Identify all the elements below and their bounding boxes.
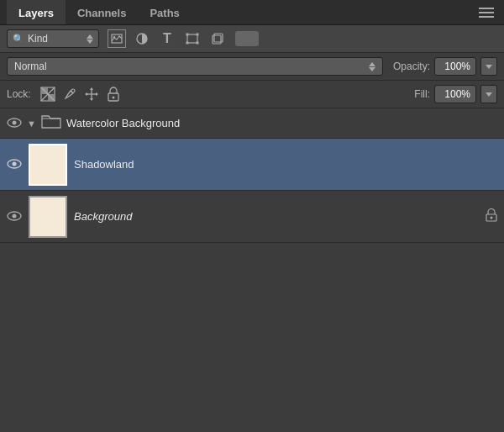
fill-label: Fill:: [414, 88, 430, 100]
fill-dropdown[interactable]: [480, 85, 497, 103]
tab-layers[interactable]: Layers: [7, 0, 66, 24]
kind-arrows: [87, 34, 93, 44]
filter-toggle[interactable]: [235, 31, 259, 46]
filter-shape-icon[interactable]: [183, 29, 202, 48]
svg-marker-20: [85, 92, 87, 96]
filter-icons: T: [108, 29, 227, 48]
background-thumbnail: [29, 196, 67, 238]
svg-marker-21: [96, 92, 98, 96]
layer-group-row[interactable]: ▼ Watercolor Background: [0, 108, 504, 139]
lock-label: Lock:: [7, 88, 31, 100]
blend-row: Normal Opacity: 100%: [0, 53, 504, 81]
lock-position-button[interactable]: [83, 86, 100, 103]
tab-paths[interactable]: Paths: [138, 0, 191, 24]
kind-label: Kind: [28, 33, 48, 45]
svg-point-15: [71, 89, 75, 92]
shadowland-name: Shadowland: [74, 158, 497, 171]
blend-mode-select[interactable]: Normal: [7, 57, 383, 76]
opacity-label: Opacity:: [393, 61, 430, 72]
lock-transparent-button[interactable]: [39, 86, 56, 103]
group-folder-icon: [41, 113, 61, 134]
search-icon: 🔍: [13, 34, 24, 45]
lock-image-button[interactable]: [61, 86, 78, 103]
filter-row: 🔍 Kind: [0, 25, 504, 53]
filter-pixel-icon[interactable]: [108, 29, 126, 48]
filter-adjustment-icon[interactable]: [133, 29, 151, 48]
lock-all-button[interactable]: [105, 86, 122, 103]
svg-point-1: [113, 36, 115, 38]
blend-mode-arrows: [369, 62, 375, 71]
svg-rect-5: [197, 34, 199, 36]
svg-rect-4: [186, 34, 189, 36]
svg-rect-3: [187, 34, 197, 43]
svg-marker-19: [90, 98, 93, 101]
layers-list: ▼ Watercolor Background Shadowland: [0, 108, 504, 243]
svg-point-31: [491, 217, 493, 219]
svg-point-27: [13, 162, 17, 166]
group-visibility-icon[interactable]: [7, 116, 22, 130]
shadowland-thumbnail: [29, 144, 67, 186]
layer-row-background[interactable]: Background: [0, 191, 504, 243]
layers-panel: Layers Channels Paths 🔍 Kind: [0, 0, 504, 243]
filter-smartobject-icon[interactable]: [208, 29, 227, 48]
fill-group: Fill: 100%: [414, 85, 497, 103]
panel-menu-button[interactable]: [475, 4, 497, 21]
svg-point-25: [13, 121, 17, 125]
lock-row: Lock:: [0, 81, 504, 108]
fill-input[interactable]: 100%: [434, 85, 476, 103]
group-expand-arrow[interactable]: ▼: [27, 119, 36, 129]
svg-rect-7: [197, 42, 199, 45]
shadowland-visibility-icon[interactable]: [7, 157, 22, 171]
svg-point-23: [112, 97, 114, 99]
tab-channels[interactable]: Channels: [66, 0, 139, 24]
svg-rect-6: [186, 42, 189, 45]
svg-point-29: [13, 214, 17, 219]
opacity-dropdown[interactable]: [480, 57, 497, 76]
svg-marker-18: [90, 87, 93, 90]
background-name: Background: [74, 210, 479, 223]
opacity-input[interactable]: 100%: [434, 57, 476, 76]
layer-row-shadowland[interactable]: Shadowland: [0, 139, 504, 191]
background-lock-icon: [486, 208, 497, 224]
background-visibility-icon[interactable]: [7, 209, 22, 224]
tab-bar: Layers Channels Paths: [0, 0, 504, 25]
group-name: Watercolor Background: [66, 117, 497, 129]
lock-icons: [39, 86, 122, 103]
filter-type-icon[interactable]: T: [158, 29, 176, 48]
opacity-group: Opacity: 100%: [393, 57, 497, 76]
kind-select[interactable]: 🔍 Kind: [7, 29, 99, 48]
blend-mode-label: Normal: [14, 61, 47, 72]
